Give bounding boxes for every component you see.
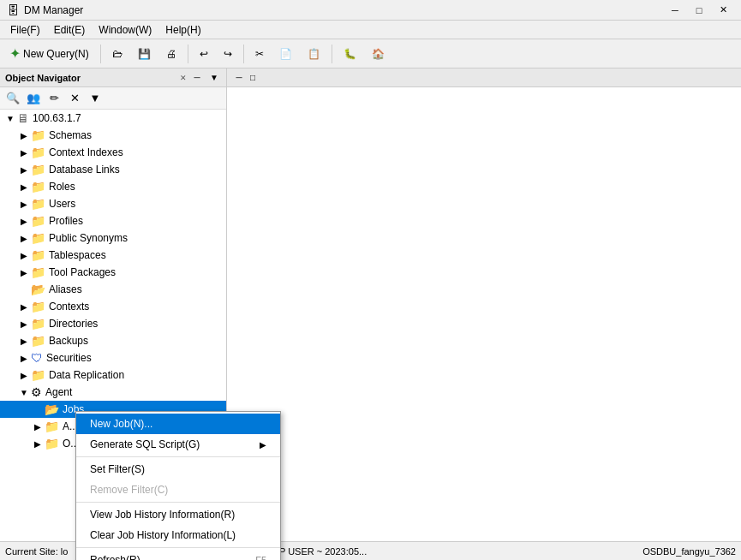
right-panel-minimize-button[interactable]: ─ xyxy=(232,71,246,85)
users-tool-button[interactable]: 👥 xyxy=(24,90,43,107)
close-button[interactable]: ✕ xyxy=(712,3,734,18)
tool-pkg-expand-icon: ▶ xyxy=(17,268,31,277)
debug-button[interactable]: 🐛 xyxy=(338,42,362,66)
tree-item-directories[interactable]: ▶ 📁 Directories xyxy=(0,315,226,332)
jobs-folder-icon: 📂 xyxy=(45,402,59,416)
profiles-expand-icon: ▶ xyxy=(17,217,31,226)
contexts-folder-icon: 📁 xyxy=(31,300,45,313)
ctx-clear-job-history[interactable]: Clear Job History Information(L) xyxy=(76,525,280,545)
nav-panel-title: Object Navigator xyxy=(5,73,176,83)
search-tool-button[interactable]: 🔍 xyxy=(3,90,22,107)
new-query-icon: ✦ xyxy=(9,45,21,62)
tree-item-database-links[interactable]: ▶ 📁 Database Links xyxy=(0,161,226,178)
directories-folder-icon: 📁 xyxy=(31,317,45,331)
print-icon: 🖨 xyxy=(166,48,176,60)
save-button[interactable]: 💾 xyxy=(132,42,157,66)
edit-tool-button[interactable]: ✏ xyxy=(45,90,63,107)
current-site: Current Site: lo xyxy=(5,546,68,557)
ctx-remove-filter-label: Remove Filter(C) xyxy=(90,484,168,496)
ctx-view-job-history[interactable]: View Job History Information(R) xyxy=(76,504,280,525)
ctx-new-job[interactable]: New Job(N)... xyxy=(76,414,280,434)
menu-window[interactable]: Window(W) xyxy=(92,22,158,38)
tool-pkg-folder-icon: 📁 xyxy=(31,265,45,279)
ctx-remove-filter: Remove Filter(C) xyxy=(76,480,280,500)
schemas-label: Schemas xyxy=(49,129,92,141)
undo-button[interactable]: ↩ xyxy=(194,42,214,66)
tree-item-tool-packages[interactable]: ▶ 📁 Tool Packages xyxy=(0,264,226,281)
data-rep-expand-icon: ▶ xyxy=(17,371,31,380)
roles-expand-icon: ▶ xyxy=(17,182,31,192)
tree-item-roles[interactable]: ▶ 📁 Roles xyxy=(0,178,226,195)
maximize-button[interactable]: □ xyxy=(688,3,710,18)
remove-tool-button[interactable]: ✕ xyxy=(65,90,84,107)
new-query-label: New Query(N) xyxy=(23,48,89,60)
more-tool-button[interactable]: ▼ xyxy=(86,90,105,107)
cut-button[interactable]: ✂ xyxy=(249,42,270,66)
open-button[interactable]: 🗁 xyxy=(106,42,128,66)
nav-panel-toolbar: 🔍 👥 ✏ ✕ ▼ xyxy=(0,87,226,110)
profiles-folder-icon: 📁 xyxy=(31,214,45,228)
ctx-refresh-label: Refresh(R) xyxy=(90,554,140,560)
copy-button[interactable]: 📄 xyxy=(273,42,298,66)
users-expand-icon: ▶ xyxy=(17,200,31,209)
tree-root[interactable]: ▼ 🖥 100.63.1.7 xyxy=(0,110,226,127)
tree-item-aliases[interactable]: 📂 Aliases xyxy=(0,281,226,298)
tablespaces-expand-icon: ▶ xyxy=(17,251,31,260)
tree-item-profiles[interactable]: ▶ 📁 Profiles xyxy=(0,212,226,229)
tree-item-contexts[interactable]: ▶ 📁 Contexts xyxy=(0,298,226,315)
context-menu: New Job(N)... Generate SQL Script(G) ▶ S… xyxy=(75,411,281,560)
tree-item-securities[interactable]: ▶ 🛡 Securities xyxy=(0,349,226,366)
minimize-button[interactable]: ─ xyxy=(664,3,686,18)
ctx-refresh-shortcut: F5 xyxy=(255,555,266,560)
roles-label: Roles xyxy=(49,181,75,193)
tree-item-context-indexes[interactable]: ▶ 📁 Context Indexes xyxy=(0,144,226,161)
paste-button[interactable]: 📋 xyxy=(302,42,326,66)
ctx-idx-expand-icon: ▶ xyxy=(17,148,31,158)
profiles-label: Profiles xyxy=(49,215,83,227)
panel-close-symbol: ✕ xyxy=(180,74,187,82)
aliases-folder-icon: 📂 xyxy=(31,283,45,296)
right-panel-maximize-button[interactable]: □ xyxy=(246,71,260,85)
tree-item-agent[interactable]: ▼ ⚙ Agent xyxy=(0,384,226,401)
app-title: DM Manager xyxy=(24,4,664,16)
directories-label: Directories xyxy=(49,318,98,330)
tree-item-schemas[interactable]: ▶ 📁 Schemas xyxy=(0,127,226,144)
ctx-set-filter[interactable]: Set Filter(S) xyxy=(76,459,280,480)
open-icon: 🗁 xyxy=(112,48,123,60)
schemas-folder-icon: 📁 xyxy=(31,128,45,142)
print-button[interactable]: 🖨 xyxy=(160,42,182,66)
menu-help[interactable]: Help(H) xyxy=(158,22,207,38)
home-icon: 🏠 xyxy=(372,48,385,60)
redo-icon: ↪ xyxy=(224,48,232,60)
tree-item-backups[interactable]: ▶ 📁 Backups xyxy=(0,332,226,349)
menu-edit[interactable]: Edit(E) xyxy=(47,22,93,38)
new-query-button[interactable]: ✦ New Query(N) xyxy=(3,42,95,66)
contexts-label: Contexts xyxy=(49,301,89,313)
ctx-idx-folder-icon: 📁 xyxy=(31,146,45,159)
tree-item-users[interactable]: ▶ 📁 Users xyxy=(0,195,226,212)
ctx-generate-sql[interactable]: Generate SQL Script(G) ▶ xyxy=(76,434,280,455)
panel-dropdown-button[interactable]: ▼ xyxy=(207,71,221,85)
panel-minimize-button[interactable]: ─ xyxy=(190,71,204,85)
menu-file[interactable]: File(F) xyxy=(3,22,47,38)
right-panel: ─ □ xyxy=(227,69,741,541)
server-icon: 🖥 xyxy=(17,111,29,125)
home-button[interactable]: 🏠 xyxy=(366,42,391,66)
user-info: OSDBU_fangyu_7362 xyxy=(642,546,736,557)
redo-button[interactable]: ↪ xyxy=(218,42,238,66)
ctx-sep-1 xyxy=(76,456,280,457)
users-label: Users xyxy=(49,198,75,210)
root-expand-icon: ▼ xyxy=(3,114,17,123)
undo-icon: ↩ xyxy=(200,48,208,60)
toolbar-sep-4 xyxy=(332,45,332,63)
tree-item-public-synonyms[interactable]: ▶ 📁 Public Synonyms xyxy=(0,229,226,247)
ctx-new-job-label: New Job(N)... xyxy=(90,418,152,430)
menu-bar: File(F) Edit(E) Window(W) Help(H) xyxy=(0,21,741,39)
tool-pkg-label: Tool Packages xyxy=(49,266,116,278)
tree-item-data-replication[interactable]: ▶ 📁 Data Replication xyxy=(0,366,226,384)
tree-item-tablespaces[interactable]: ▶ 📁 Tablespaces xyxy=(0,247,226,264)
agent-label: Agent xyxy=(45,386,72,398)
backups-folder-icon: 📁 xyxy=(31,334,45,348)
pub-syn-label: Public Synonyms xyxy=(49,232,128,244)
ctx-refresh[interactable]: Refresh(R) F5 xyxy=(76,550,280,560)
